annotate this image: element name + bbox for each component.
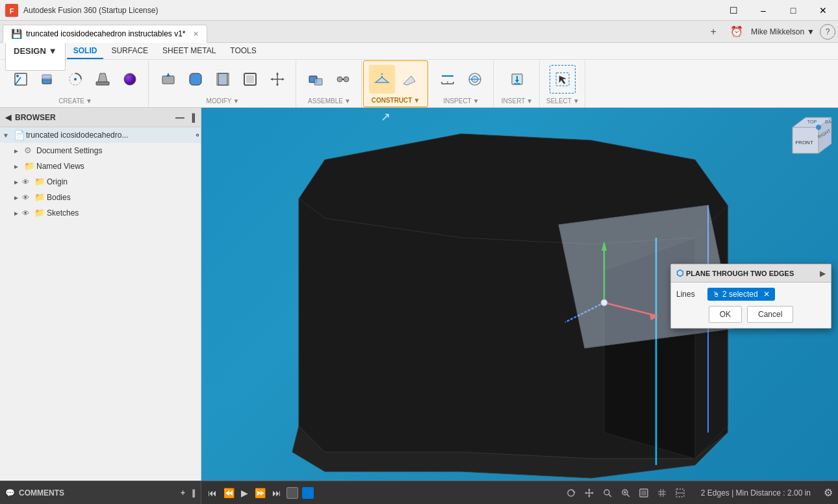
browser-item-doc-settings[interactable]: ► ⚙ Document Settings [0, 143, 201, 158]
tab-tools[interactable]: TOOLS [223, 44, 262, 59]
timeline-first-button[interactable]: ⏮ [207, 486, 218, 499]
plane-at-angle-button[interactable] [396, 65, 422, 94]
measure-button[interactable] [435, 65, 461, 94]
extrude-button[interactable] [35, 65, 61, 94]
named-views-toggle-icon[interactable]: ► [13, 163, 22, 170]
close-button[interactable]: ✕ [808, 0, 838, 21]
move-button[interactable] [264, 65, 290, 94]
browser-item-sketches[interactable]: ► 👁 📁 Sketches [0, 205, 201, 221]
shell-icon [241, 70, 259, 88]
view-cube[interactable]: FRONT RIGHT TOP BACK [780, 114, 832, 166]
sketches-toggle-icon[interactable]: ► [13, 210, 22, 217]
fillet-button[interactable] [183, 65, 209, 94]
cancel-button[interactable]: Cancel [747, 306, 793, 323]
sidebar-collapse-icon[interactable]: ◀ [5, 113, 11, 122]
loft-button[interactable] [90, 65, 116, 94]
sphere-icon [121, 70, 139, 88]
dialog-expand-button[interactable]: ▶ [820, 269, 826, 278]
origin-visibility-icon[interactable]: 👁 [22, 178, 31, 186]
create-items [8, 63, 143, 96]
sphere-button[interactable] [117, 65, 143, 94]
browser-item-origin[interactable]: ► 👁 📁 Origin [0, 174, 201, 190]
display-mode-button[interactable] [636, 486, 652, 499]
joint-button[interactable] [330, 65, 356, 94]
browser-item-named-views[interactable]: ► 📁 Named Views [0, 158, 201, 174]
new-tab-button[interactable]: + [704, 23, 722, 41]
zoom-fit-button[interactable] [600, 486, 615, 499]
sidebar-pin-button[interactable]: ‖ [191, 112, 196, 123]
svg-rect-16 [218, 73, 227, 85]
settings-gear-button[interactable]: ⚙ [819, 486, 838, 499]
select-items [550, 63, 576, 96]
tab-bar: 💾 truncated icosidodecahedron instructab… [0, 21, 838, 43]
selection-button[interactable]: 🖱 2 selected ✕ [707, 288, 775, 301]
root-file-icon: 📄 [14, 130, 24, 140]
tab-solid[interactable]: SOLID [67, 44, 104, 59]
bodies-visibility-icon[interactable]: 👁 [22, 194, 31, 201]
origin-toggle-icon[interactable]: ► [13, 179, 22, 186]
timeline-item-1[interactable] [286, 487, 298, 499]
svg-marker-74 [585, 492, 587, 494]
group-select: SELECT ▼ [541, 60, 585, 107]
timeline-play-button[interactable]: ▶ [240, 486, 249, 499]
view-mode-button[interactable] [672, 486, 688, 499]
section-analysis-button[interactable] [462, 65, 488, 94]
new-component-button[interactable] [303, 65, 329, 94]
select-label: SELECT ▼ [546, 97, 579, 105]
svg-rect-6 [42, 75, 51, 80]
minimize-button[interactable]: – [748, 0, 778, 21]
tab-close-button[interactable]: ✕ [193, 30, 199, 38]
tab-sheet-metal[interactable]: SHEET METAL [156, 44, 222, 59]
modify-label-text: MODIFY [207, 97, 232, 105]
inspect-items [435, 63, 488, 96]
document-tab[interactable]: 💾 truncated icosidodecahedron instructab… [3, 25, 207, 43]
timeline-item-2[interactable] [302, 487, 314, 499]
svg-text:F: F [10, 7, 14, 15]
doc-settings-icon: ⚙ [24, 145, 34, 156]
create-label: CREATE ▼ [58, 97, 92, 105]
restore-button[interactable]: ☐ [718, 0, 748, 21]
sketches-visibility-icon[interactable]: 👁 [22, 209, 31, 217]
doc-settings-toggle-icon[interactable]: ► [13, 147, 22, 155]
assemble-label: ASSEMBLE ▼ [308, 97, 351, 105]
svg-text:BACK: BACK [825, 120, 832, 124]
select-arrow-icon: ▼ [573, 97, 579, 105]
comments-panel[interactable]: 💬 COMMENTS + ‖ [0, 481, 201, 505]
orbit-tool-button[interactable] [563, 486, 579, 499]
ok-button[interactable]: OK [709, 306, 742, 323]
help-button[interactable]: ? [820, 24, 835, 40]
origin-folder-icon: 📁 [34, 177, 45, 187]
tab-surface[interactable]: SURFACE [105, 44, 155, 59]
bodies-toggle-icon[interactable]: ► [13, 194, 22, 201]
shell-button[interactable] [237, 65, 263, 94]
pan-tool-button[interactable] [581, 486, 597, 499]
selection-clear-button[interactable]: ✕ [763, 290, 770, 299]
timeline-prev-button[interactable]: ⏪ [222, 486, 236, 499]
grid-button[interactable] [654, 486, 670, 499]
selection-count: 2 selected [722, 290, 758, 299]
dialog-buttons: OK Cancel [676, 306, 826, 323]
root-settings-icon[interactable]: ⚬ [194, 131, 201, 140]
browser-item-root[interactable]: ▼ 📄 truncated icosidodecahedro... ⚬ [0, 127, 201, 143]
history-button[interactable]: ⏰ [728, 23, 746, 41]
window-controls: ☐ – □ ✕ [718, 0, 838, 21]
maximize-button[interactable]: □ [778, 0, 808, 21]
select-button[interactable] [550, 65, 576, 94]
chamfer-button[interactable] [210, 65, 236, 94]
zoom-window-button[interactable] [618, 486, 633, 499]
sidebar-toggle-button[interactable]: — [175, 112, 184, 123]
timeline-last-button[interactable]: ⏭ [271, 486, 283, 499]
revolve-button[interactable] [62, 65, 88, 94]
press-pull-button[interactable] [155, 65, 181, 94]
create-sketch-button[interactable] [8, 65, 34, 94]
browser-item-bodies[interactable]: ► 👁 📁 Bodies [0, 190, 201, 205]
inspect-label: INSPECT ▼ [443, 97, 479, 105]
root-toggle-icon[interactable]: ▼ [3, 132, 12, 139]
svg-point-27 [337, 77, 342, 82]
viewport[interactable]: ↗ FRONT RIGHT TOP BACK ⬡ PL [201, 108, 838, 481]
plane-button[interactable] [369, 65, 395, 94]
insert-button[interactable] [500, 65, 534, 94]
user-menu[interactable]: Mike Mikkelson ▼ [751, 27, 815, 36]
comments-expand-icon: + [181, 488, 185, 498]
timeline-next-button[interactable]: ⏩ [253, 486, 267, 499]
